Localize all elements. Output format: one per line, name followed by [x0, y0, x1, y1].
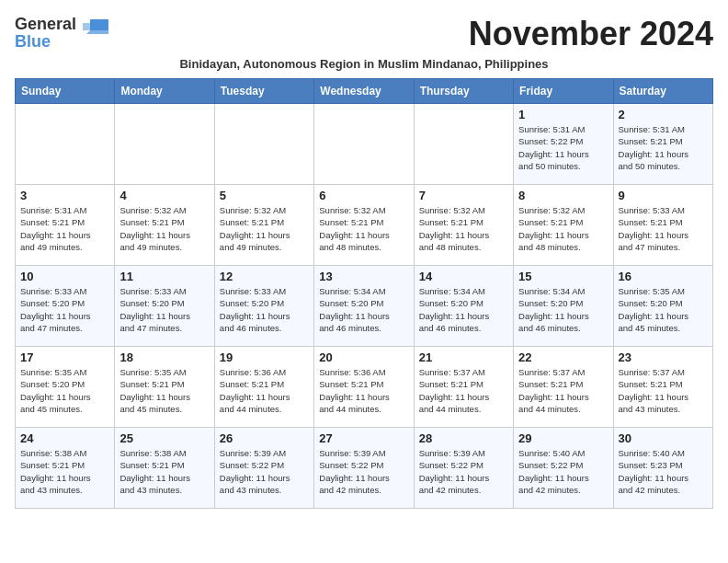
day-info: Sunrise: 5:33 AM Sunset: 5:20 PM Dayligh…	[20, 285, 109, 334]
day-info: Sunrise: 5:33 AM Sunset: 5:20 PM Dayligh…	[119, 285, 209, 334]
calendar-cell: 13Sunrise: 5:34 AM Sunset: 5:20 PM Dayli…	[314, 266, 414, 347]
day-number: 1	[518, 108, 608, 121]
day-info: Sunrise: 5:32 AM Sunset: 5:21 PM Dayligh…	[119, 204, 209, 253]
day-info: Sunrise: 5:37 AM Sunset: 5:21 PM Dayligh…	[419, 366, 508, 415]
weekday-header-saturday: Saturday	[613, 79, 712, 104]
page-header: General Blue November 2024	[15, 15, 713, 53]
day-number: 29	[518, 431, 608, 445]
calendar-cell	[214, 104, 313, 185]
day-number: 21	[419, 350, 508, 364]
calendar-cell: 19Sunrise: 5:36 AM Sunset: 5:21 PM Dayli…	[214, 347, 313, 428]
calendar-week-4: 17Sunrise: 5:35 AM Sunset: 5:20 PM Dayli…	[16, 347, 713, 428]
day-number: 2	[619, 108, 708, 121]
day-number: 28	[419, 431, 508, 445]
day-number: 16	[619, 270, 708, 283]
weekday-header-wednesday: Wednesday	[314, 79, 414, 104]
day-number: 3	[20, 189, 109, 202]
calendar-cell: 30Sunrise: 5:40 AM Sunset: 5:23 PM Dayli…	[613, 428, 712, 509]
day-info: Sunrise: 5:39 AM Sunset: 5:22 PM Dayligh…	[220, 447, 309, 496]
day-info: Sunrise: 5:33 AM Sunset: 5:21 PM Dayligh…	[619, 204, 708, 253]
calendar-cell: 28Sunrise: 5:39 AM Sunset: 5:22 PM Dayli…	[414, 428, 513, 509]
day-number: 7	[419, 189, 508, 202]
day-info: Sunrise: 5:37 AM Sunset: 5:21 PM Dayligh…	[619, 366, 708, 415]
weekday-header-monday: Monday	[115, 79, 214, 104]
day-info: Sunrise: 5:36 AM Sunset: 5:21 PM Dayligh…	[319, 366, 408, 415]
calendar-cell: 22Sunrise: 5:37 AM Sunset: 5:21 PM Dayli…	[514, 347, 613, 428]
calendar-cell: 11Sunrise: 5:33 AM Sunset: 5:20 PM Dayli…	[115, 266, 214, 347]
day-info: Sunrise: 5:33 AM Sunset: 5:20 PM Dayligh…	[220, 285, 309, 334]
day-info: Sunrise: 5:32 AM Sunset: 5:21 PM Dayligh…	[518, 204, 608, 253]
day-info: Sunrise: 5:31 AM Sunset: 5:22 PM Dayligh…	[518, 123, 608, 172]
day-info: Sunrise: 5:31 AM Sunset: 5:21 PM Dayligh…	[619, 123, 708, 172]
calendar-cell: 16Sunrise: 5:35 AM Sunset: 5:20 PM Dayli…	[613, 266, 712, 347]
day-number: 20	[319, 350, 408, 364]
logo: General Blue	[15, 15, 108, 52]
logo-blue: Blue	[15, 32, 51, 52]
day-info: Sunrise: 5:40 AM Sunset: 5:23 PM Dayligh…	[619, 447, 708, 496]
calendar-cell: 8Sunrise: 5:32 AM Sunset: 5:21 PM Daylig…	[514, 185, 613, 266]
day-number: 25	[119, 431, 209, 445]
day-number: 15	[518, 270, 608, 283]
day-info: Sunrise: 5:34 AM Sunset: 5:20 PM Dayligh…	[518, 285, 608, 334]
day-info: Sunrise: 5:35 AM Sunset: 5:20 PM Dayligh…	[20, 366, 109, 415]
day-number: 10	[20, 270, 109, 283]
calendar-cell: 24Sunrise: 5:38 AM Sunset: 5:21 PM Dayli…	[16, 428, 115, 509]
calendar-week-5: 24Sunrise: 5:38 AM Sunset: 5:21 PM Dayli…	[16, 428, 713, 509]
day-info: Sunrise: 5:35 AM Sunset: 5:20 PM Dayligh…	[619, 285, 708, 334]
weekday-header-thursday: Thursday	[414, 79, 513, 104]
day-info: Sunrise: 5:31 AM Sunset: 5:21 PM Dayligh…	[20, 204, 109, 253]
day-number: 22	[518, 350, 608, 364]
svg-marker-1	[86, 30, 108, 34]
day-info: Sunrise: 5:39 AM Sunset: 5:22 PM Dayligh…	[419, 447, 508, 496]
logo-text: General	[15, 15, 108, 34]
calendar-table: SundayMondayTuesdayWednesdayThursdayFrid…	[15, 78, 713, 509]
calendar-cell: 7Sunrise: 5:32 AM Sunset: 5:21 PM Daylig…	[414, 185, 513, 266]
calendar-cell: 1Sunrise: 5:31 AM Sunset: 5:22 PM Daylig…	[514, 104, 613, 185]
calendar-subtitle: Binidayan, Autonomous Region in Muslim M…	[15, 57, 713, 71]
day-number: 27	[319, 431, 408, 445]
calendar-cell: 2Sunrise: 5:31 AM Sunset: 5:21 PM Daylig…	[613, 104, 712, 185]
month-title: November 2024	[469, 15, 713, 53]
day-info: Sunrise: 5:34 AM Sunset: 5:20 PM Dayligh…	[419, 285, 508, 334]
calendar-week-2: 3Sunrise: 5:31 AM Sunset: 5:21 PM Daylig…	[16, 185, 713, 266]
day-number: 17	[20, 350, 109, 364]
calendar-cell: 23Sunrise: 5:37 AM Sunset: 5:21 PM Dayli…	[613, 347, 712, 428]
day-info: Sunrise: 5:39 AM Sunset: 5:22 PM Dayligh…	[319, 447, 408, 496]
calendar-week-1: 1Sunrise: 5:31 AM Sunset: 5:22 PM Daylig…	[16, 104, 713, 185]
calendar-cell: 4Sunrise: 5:32 AM Sunset: 5:21 PM Daylig…	[115, 185, 214, 266]
calendar-cell	[16, 104, 115, 185]
weekday-header-sunday: Sunday	[16, 79, 115, 104]
day-info: Sunrise: 5:38 AM Sunset: 5:21 PM Dayligh…	[119, 447, 209, 496]
day-number: 23	[619, 350, 708, 364]
day-info: Sunrise: 5:35 AM Sunset: 5:21 PM Dayligh…	[119, 366, 209, 415]
weekday-header-tuesday: Tuesday	[214, 79, 313, 104]
calendar-cell: 15Sunrise: 5:34 AM Sunset: 5:20 PM Dayli…	[514, 266, 613, 347]
calendar-cell: 25Sunrise: 5:38 AM Sunset: 5:21 PM Dayli…	[115, 428, 214, 509]
day-number: 13	[319, 270, 408, 283]
day-number: 19	[220, 350, 309, 364]
weekday-header-row: SundayMondayTuesdayWednesdayThursdayFrid…	[16, 79, 713, 104]
calendar-cell	[414, 104, 513, 185]
calendar-cell: 18Sunrise: 5:35 AM Sunset: 5:21 PM Dayli…	[115, 347, 214, 428]
day-number: 9	[619, 189, 708, 202]
calendar-cell: 10Sunrise: 5:33 AM Sunset: 5:20 PM Dayli…	[16, 266, 115, 347]
day-info: Sunrise: 5:32 AM Sunset: 5:21 PM Dayligh…	[419, 204, 508, 253]
day-info: Sunrise: 5:36 AM Sunset: 5:21 PM Dayligh…	[220, 366, 309, 415]
day-number: 4	[119, 189, 209, 202]
calendar-cell: 5Sunrise: 5:32 AM Sunset: 5:21 PM Daylig…	[214, 185, 313, 266]
day-number: 30	[619, 431, 708, 445]
calendar-cell: 21Sunrise: 5:37 AM Sunset: 5:21 PM Dayli…	[414, 347, 513, 428]
day-number: 14	[419, 270, 508, 283]
calendar-cell	[314, 104, 414, 185]
calendar-cell: 14Sunrise: 5:34 AM Sunset: 5:20 PM Dayli…	[414, 266, 513, 347]
calendar-cell: 20Sunrise: 5:36 AM Sunset: 5:21 PM Dayli…	[314, 347, 414, 428]
day-info: Sunrise: 5:38 AM Sunset: 5:21 PM Dayligh…	[20, 447, 109, 496]
day-number: 6	[319, 189, 408, 202]
calendar-cell: 17Sunrise: 5:35 AM Sunset: 5:20 PM Dayli…	[16, 347, 115, 428]
day-number: 24	[20, 431, 109, 445]
day-number: 5	[220, 189, 309, 202]
day-number: 12	[220, 270, 309, 283]
calendar-cell: 29Sunrise: 5:40 AM Sunset: 5:22 PM Dayli…	[514, 428, 613, 509]
day-number: 11	[119, 270, 209, 283]
day-number: 8	[518, 189, 608, 202]
